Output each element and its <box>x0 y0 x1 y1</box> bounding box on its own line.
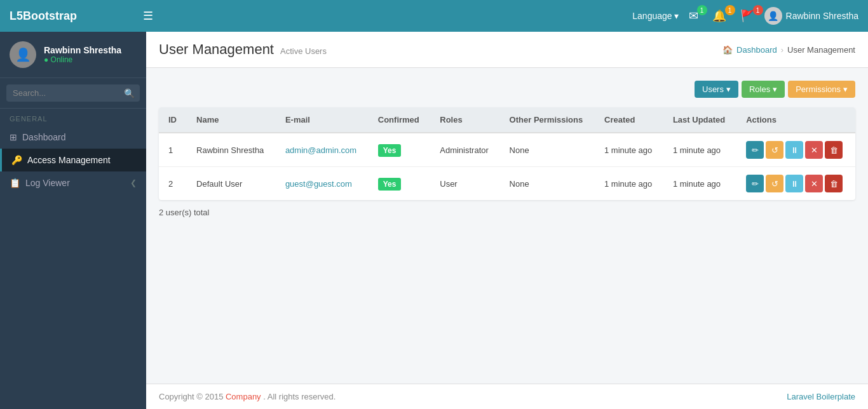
breadcrumb: 🏠 Dashboard › User Management <box>722 45 855 55</box>
nav-username: Rawbinn Shrestha <box>786 11 858 21</box>
edit-button[interactable]: ✏ <box>746 141 764 159</box>
table-row: 1 Rawbinn Shrestha admin@admin.com Yes A… <box>159 133 855 167</box>
sidebar-username: Rawbinn Shrestha <box>44 45 121 55</box>
pause-button[interactable]: ⏸ <box>785 141 803 159</box>
sidebar-item-dashboard[interactable]: ⊞ Dashboard <box>0 126 146 149</box>
nav-right: Language ▾ ✉ 1 🔔 1 🚩 1 👤 Rawbinn Shresth… <box>632 7 858 25</box>
footer-copyright: Copyright © 2015 Company . All rights re… <box>159 392 336 401</box>
flag-icon[interactable]: 🚩 1 <box>736 9 758 23</box>
email-link[interactable]: guest@guest.com <box>285 179 352 189</box>
main-content: User Management Active Users 🏠 Dashboard… <box>146 32 868 409</box>
cell-confirmed: Yes <box>369 167 430 201</box>
col-created: Created <box>595 107 663 133</box>
log-viewer-arrow: ❮ <box>130 178 137 187</box>
col-name: Name <box>187 107 276 133</box>
mail-icon[interactable]: ✉ 1 <box>685 9 702 23</box>
refresh-button[interactable]: ↺ <box>766 175 783 192</box>
sidebar-toggle[interactable]: ☰ <box>143 9 153 23</box>
page-footer: Copyright © 2015 Company . All rights re… <box>146 384 868 409</box>
users-table: ID Name E-mail Confirmed Roles Other Per… <box>159 107 855 200</box>
sidebar-status: ● Online <box>44 55 121 64</box>
bell-icon[interactable]: 🔔 1 <box>709 9 730 23</box>
page-header: User Management Active Users 🏠 Dashboard… <box>146 32 868 68</box>
cell-other-permissions: None <box>500 167 595 201</box>
roles-button[interactable]: Roles ▾ <box>742 81 785 98</box>
search-icon[interactable]: 🔍 <box>124 88 135 98</box>
cell-created: 1 minute ago <box>595 133 663 167</box>
delete-button[interactable]: 🗑 <box>825 175 843 192</box>
users-table-wrapper: ID Name E-mail Confirmed Roles Other Per… <box>159 107 855 200</box>
cell-email: guest@guest.com <box>276 167 369 201</box>
col-id: ID <box>159 107 187 133</box>
col-email: E-mail <box>276 107 369 133</box>
cell-roles: Administrator <box>430 133 499 167</box>
footer-laravel-link[interactable]: Laravel Boilerplate <box>787 392 855 401</box>
language-dropdown[interactable]: Language ▾ <box>632 11 678 21</box>
cell-last-updated: 1 minute ago <box>663 167 736 201</box>
email-link[interactable]: admin@admin.com <box>285 145 356 155</box>
users-button[interactable]: Users ▾ <box>695 81 738 98</box>
breadcrumb-current: User Management <box>787 45 855 55</box>
brand-logo: L5Bootstrap <box>10 10 143 23</box>
sidebar-item-log-viewer[interactable]: 📋 Log Viewer ❮ <box>0 171 146 194</box>
col-last-updated: Last Updated <box>663 107 736 133</box>
confirmed-badge: Yes <box>378 178 402 191</box>
access-management-icon: 🔑 <box>11 155 22 165</box>
cell-confirmed: Yes <box>369 133 430 167</box>
cell-name: Rawbinn Shrestha <box>187 133 276 167</box>
permissions-button[interactable]: Permissions ▾ <box>788 81 855 98</box>
cell-last-updated: 1 minute ago <box>663 133 736 167</box>
sidebar-item-label: Access Management <box>27 155 111 165</box>
sidebar-search-area: 🔍 <box>0 78 146 109</box>
log-viewer-icon: 📋 <box>10 178 20 188</box>
sidebar-item-access-management[interactable]: 🔑 Access Management <box>0 149 146 171</box>
pause-button[interactable]: ⏸ <box>785 175 803 192</box>
mail-badge: 1 <box>697 5 707 15</box>
cell-id: 1 <box>159 133 187 167</box>
action-toolbar: Users ▾ Roles ▾ Permissions ▾ <box>159 81 855 98</box>
col-roles: Roles <box>430 107 499 133</box>
content-area: Users ▾ Roles ▾ Permissions ▾ ID <box>146 68 868 384</box>
col-actions: Actions <box>736 107 855 133</box>
table-header-row: ID Name E-mail Confirmed Roles Other Per… <box>159 107 855 133</box>
breadcrumb-home-icon: 🏠 <box>722 45 733 55</box>
user-menu[interactable]: 👤 Rawbinn Shrestha <box>764 7 858 25</box>
sidebar: 👤 Rawbinn Shrestha ● Online 🔍 General ⊞ … <box>0 32 146 409</box>
remove-button[interactable]: ✕ <box>805 175 823 192</box>
bell-badge: 1 <box>725 5 735 15</box>
nav-avatar: 👤 <box>764 7 782 25</box>
refresh-button[interactable]: ↺ <box>766 141 783 159</box>
cell-name: Default User <box>187 167 276 201</box>
dashboard-icon: ⊞ <box>10 132 17 142</box>
sidebar-section-general: General <box>0 109 146 126</box>
total-count: 2 user(s) total <box>159 208 855 217</box>
cell-id: 2 <box>159 167 187 201</box>
cell-actions: ✏ ↺ ⏸ ✕ 🗑 <box>736 133 855 167</box>
remove-button[interactable]: ✕ <box>805 141 823 159</box>
edit-button[interactable]: ✏ <box>746 175 764 192</box>
top-navbar: L5Bootstrap ☰ Language ▾ ✉ 1 🔔 1 🚩 1 👤 R… <box>0 0 868 32</box>
col-other-permissions: Other Permissions <box>500 107 595 133</box>
page-title: User Management <box>159 41 274 58</box>
cell-actions: ✏ ↺ ⏸ ✕ 🗑 <box>736 167 855 201</box>
sidebar-item-label: Log Viewer <box>25 178 70 188</box>
cell-roles: User <box>430 167 499 201</box>
cell-other-permissions: None <box>500 133 595 167</box>
cell-created: 1 minute ago <box>595 167 663 201</box>
search-input[interactable] <box>6 84 140 102</box>
cell-email: admin@admin.com <box>276 133 369 167</box>
sidebar-avatar: 👤 <box>10 41 36 68</box>
sidebar-item-label: Dashboard <box>22 132 66 142</box>
breadcrumb-home-link[interactable]: Dashboard <box>736 45 777 55</box>
table-row: 2 Default User guest@guest.com Yes User … <box>159 167 855 201</box>
confirmed-badge: Yes <box>378 144 402 157</box>
delete-button[interactable]: 🗑 <box>825 141 843 159</box>
col-confirmed: Confirmed <box>369 107 430 133</box>
page-subtitle: Active Users <box>280 46 327 56</box>
sidebar-user-panel: 👤 Rawbinn Shrestha ● Online <box>0 32 146 78</box>
footer-company-link[interactable]: Company <box>226 392 261 401</box>
flag-badge: 1 <box>753 5 763 15</box>
breadcrumb-separator: › <box>781 45 783 55</box>
